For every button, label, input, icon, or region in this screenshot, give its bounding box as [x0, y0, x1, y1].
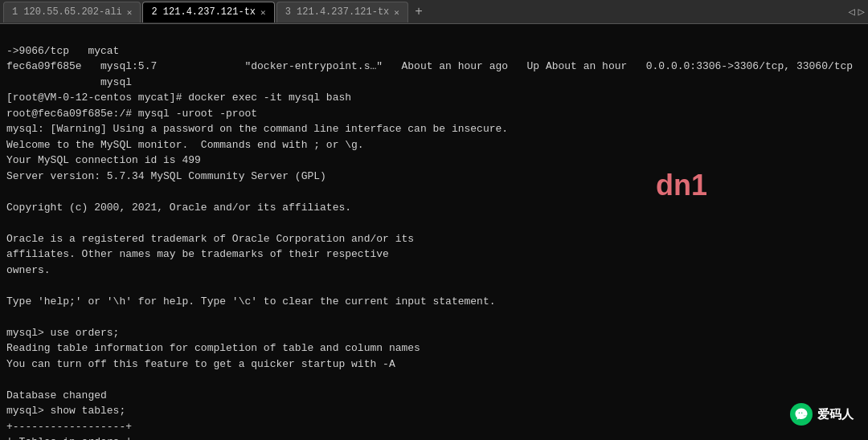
- line-5: root@fec6a09f685e:/# mysql -uroot -proot: [6, 106, 862, 122]
- line-16: Reading table information for completion…: [6, 340, 862, 356]
- line-21: | Tables_in_orders |: [6, 434, 862, 440]
- line-8: Your MySQL connection id is 499: [6, 153, 862, 169]
- line-14: Type 'help;' or '\h' for help. Type '\c'…: [6, 294, 862, 310]
- line-11: Oracle is a registered trademark of Orac…: [6, 231, 862, 247]
- tab-1-close[interactable]: ✕: [127, 7, 133, 18]
- tab-nav-arrows[interactable]: ◁ ▷: [848, 5, 865, 18]
- tab-3-close[interactable]: ✕: [394, 7, 399, 18]
- line-13: owners.: [6, 263, 862, 279]
- line-15: mysql> use orders;: [6, 325, 862, 341]
- nav-right-icon[interactable]: ▷: [858, 5, 865, 18]
- wechat-icon: [790, 403, 813, 426]
- line-1: ->9066/tcp mycat: [6, 43, 862, 59]
- tab-bar: 1 120.55.65.202-ali ✕ 2 121.4.237.121-tx…: [0, 0, 868, 24]
- wechat-svg: [794, 407, 809, 422]
- watermark: 爱码人: [790, 403, 854, 426]
- terminal-wrapper: ->9066/tcp mycatfec6a09f685e mysql:5.7 "…: [0, 24, 868, 440]
- line-17: You can turn off this feature to get a q…: [6, 356, 862, 373]
- line-19: mysql> show tables;: [6, 403, 862, 419]
- dn1-label: dn1: [656, 169, 707, 202]
- tab-3-label: 3 121.4.237.121-tx: [285, 6, 390, 18]
- line-9: Server version: 5.7.34 MySQL Community S…: [6, 169, 862, 185]
- line-7: Welcome to the MySQL monitor. Commands e…: [6, 137, 862, 153]
- line-18: Database changed: [6, 388, 862, 404]
- tab-3[interactable]: 3 121.4.237.121-tx ✕: [276, 2, 408, 22]
- watermark-text: 爱码人: [817, 407, 854, 422]
- line-20: +------------------+: [6, 419, 862, 435]
- tab-1-label: 1 120.55.65.202-ali: [12, 6, 122, 18]
- line-2: fec6a09f685e mysql:5.7 "docker-entrypoin…: [6, 59, 862, 75]
- tab-2[interactable]: 2 121.4.237.121-tx ✕: [142, 2, 274, 22]
- nav-left-icon[interactable]: ◁: [848, 5, 854, 18]
- line-12: affiliates. Other names may be trademark…: [6, 246, 862, 263]
- line-3: mysql: [6, 75, 862, 91]
- line-6: mysql: [Warning] Using a password on the…: [6, 121, 862, 137]
- line-4: [root@VM-0-12-centos mycat]# docker exec…: [6, 90, 862, 106]
- tab-add-button[interactable]: +: [410, 3, 428, 21]
- line-10: Copyright (c) 2000, 2021, Oracle and/or …: [6, 200, 862, 216]
- tab-2-label: 2 121.4.237.121-tx: [151, 6, 256, 18]
- tab-1[interactable]: 1 120.55.65.202-ali ✕: [3, 2, 141, 22]
- tab-2-close[interactable]: ✕: [260, 7, 266, 18]
- terminal[interactable]: ->9066/tcp mycatfec6a09f685e mysql:5.7 "…: [0, 24, 868, 440]
